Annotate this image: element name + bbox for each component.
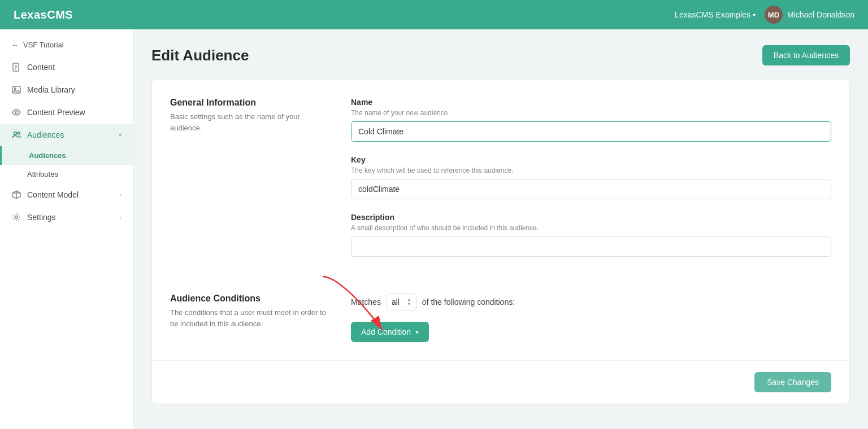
add-condition-button[interactable]: Add Condition ▾ xyxy=(351,322,429,342)
matches-select-container[interactable]: all any ▲ ▼ xyxy=(387,294,416,310)
settings-icon xyxy=(11,212,21,222)
sidebar-item-content-preview[interactable]: Content Preview xyxy=(0,101,133,124)
user-menu[interactable]: MD Michael Donaldson xyxy=(765,6,854,24)
description-hint: A small description of who should be inc… xyxy=(351,224,831,232)
content-area: Edit Audience Back to Audiences General … xyxy=(133,29,868,429)
add-condition-label: Add Condition xyxy=(361,327,411,336)
user-name: Michael Donaldson xyxy=(787,10,854,19)
sidebar-item-content[interactable]: Content xyxy=(0,56,133,78)
sidebar-item-settings[interactable]: Settings › xyxy=(0,206,133,229)
key-input[interactable] xyxy=(351,179,831,199)
sidebar-item-media-library[interactable]: Media Library xyxy=(0,78,133,101)
name-input[interactable] xyxy=(351,121,831,142)
sidebar-sub-item-audiences[interactable]: Audiences xyxy=(0,146,133,165)
matches-select[interactable]: all any xyxy=(392,297,405,307)
back-label: VSF Tutorial xyxy=(23,41,64,49)
key-field-group: Key The key which will be used to refere… xyxy=(351,155,831,199)
avatar: MD xyxy=(765,6,783,24)
audiences-chevron-icon: ▾ xyxy=(119,132,121,138)
settings-chevron-icon: › xyxy=(120,214,121,221)
section-desc-general: Basic settings such as the name of your … xyxy=(170,111,328,133)
edit-audience-card: General Information Basic settings such … xyxy=(151,79,850,404)
conditions-row: Matches all any ▲ ▼ of the following c xyxy=(351,294,831,310)
sidebar-item-label: Content xyxy=(27,63,55,72)
sidebar-item-label: Settings xyxy=(27,213,56,222)
topnav: LexasCMS LexasCMS Examples ▾ MD Michael … xyxy=(0,0,868,29)
section-meta-general: General Information Basic settings such … xyxy=(170,98,351,257)
sidebar-sub-item-attributes[interactable]: Attributes xyxy=(0,165,133,183)
image-icon xyxy=(11,85,21,95)
save-changes-button[interactable]: Save Changes xyxy=(754,372,831,392)
audience-conditions-section: Audience Conditions The conditions that … xyxy=(152,275,849,361)
section-desc-conditions: The conditions that a user must meet in … xyxy=(170,307,328,329)
matches-text: Matches xyxy=(351,297,381,307)
name-hint: The name of your new audience xyxy=(351,109,831,117)
sidebar-item-content-model[interactable]: Content Model › xyxy=(0,183,133,206)
svg-point-8 xyxy=(18,132,20,134)
sidebar-item-label: Media Library xyxy=(27,85,75,94)
svg-point-7 xyxy=(14,132,17,135)
workspace-chevron-icon: ▾ xyxy=(753,12,756,18)
following-conditions-text: of the following conditions: xyxy=(422,297,515,307)
cube-icon xyxy=(11,190,21,200)
logo: LexasCMS xyxy=(14,8,73,21)
svg-point-12 xyxy=(15,216,18,219)
main-layout: ← VSF Tutorial Content xyxy=(0,29,868,429)
page-title: Edit Audience xyxy=(151,47,249,64)
back-arrow-icon: ← xyxy=(11,41,19,49)
sidebar-item-label: Content Preview xyxy=(27,108,85,117)
sidebar-item-audiences[interactable]: Audiences ▾ xyxy=(0,124,133,146)
workspace-label: LexasCMS Examples xyxy=(675,10,750,19)
workspace-selector[interactable]: LexasCMS Examples ▾ xyxy=(675,10,756,19)
description-label: Description xyxy=(351,213,831,222)
eye-icon xyxy=(11,107,21,117)
content-model-chevron-icon: › xyxy=(120,192,121,198)
section-title-general: General Information xyxy=(170,98,328,108)
save-row: Save Changes xyxy=(152,361,849,404)
sub-item-label: Audiences xyxy=(29,151,66,160)
spinner-arrows-icon: ▲ ▼ xyxy=(407,297,411,307)
section-title-conditions: Audience Conditions xyxy=(170,294,328,304)
sub-item-label: Attributes xyxy=(27,170,58,178)
topnav-right: LexasCMS Examples ▾ MD Michael Donaldson xyxy=(675,6,854,24)
sidebar: ← VSF Tutorial Content xyxy=(0,29,133,429)
name-field-group: Name The name of your new audience xyxy=(351,98,831,142)
add-condition-chevron-icon: ▾ xyxy=(415,329,419,336)
key-hint: The key which will be used to reference … xyxy=(351,167,831,174)
general-information-section: General Information Basic settings such … xyxy=(152,80,849,275)
svg-point-5 xyxy=(14,88,16,90)
svg-point-6 xyxy=(15,111,18,113)
sidebar-item-label: Content Model xyxy=(27,190,79,199)
key-label: Key xyxy=(351,155,831,164)
add-condition-container: Add Condition ▾ xyxy=(351,322,831,342)
file-icon xyxy=(11,62,21,72)
section-fields-general: Name The name of your new audience Key T… xyxy=(351,98,831,257)
back-to-audiences-button[interactable]: Back to Audiences xyxy=(762,45,850,65)
users-icon xyxy=(11,130,21,140)
section-fields-conditions: Matches all any ▲ ▼ of the following c xyxy=(351,294,831,342)
name-label: Name xyxy=(351,98,831,107)
section-meta-conditions: Audience Conditions The conditions that … xyxy=(170,294,351,342)
page-header: Edit Audience Back to Audiences xyxy=(151,45,850,65)
description-field-group: Description A small description of who s… xyxy=(351,213,831,257)
description-input[interactable] xyxy=(351,237,831,257)
sidebar-item-label: Audiences xyxy=(27,130,64,139)
sidebar-back[interactable]: ← VSF Tutorial xyxy=(0,34,133,56)
